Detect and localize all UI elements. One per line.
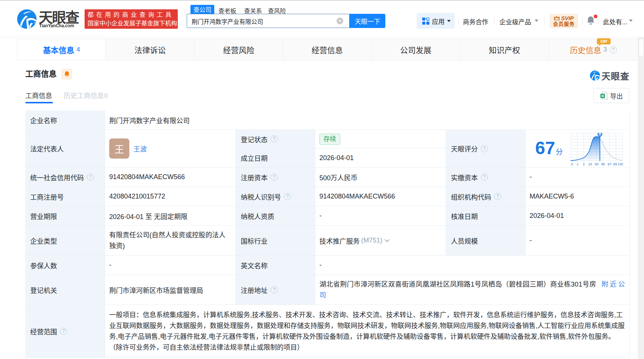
- svg-text:1: 1: [577, 162, 578, 166]
- svg-text:0: 0: [571, 162, 573, 166]
- svg-text:3: 3: [583, 162, 585, 166]
- svg-text:99: 99: [613, 162, 617, 166]
- svg-text:VIP: VIP: [600, 39, 607, 44]
- svg-text:50: 50: [595, 162, 599, 166]
- svg-text:85: 85: [601, 162, 605, 166]
- svg-text:100: 100: [618, 162, 623, 166]
- svg-text:97: 97: [607, 162, 611, 166]
- svg-text:15: 15: [588, 162, 592, 166]
